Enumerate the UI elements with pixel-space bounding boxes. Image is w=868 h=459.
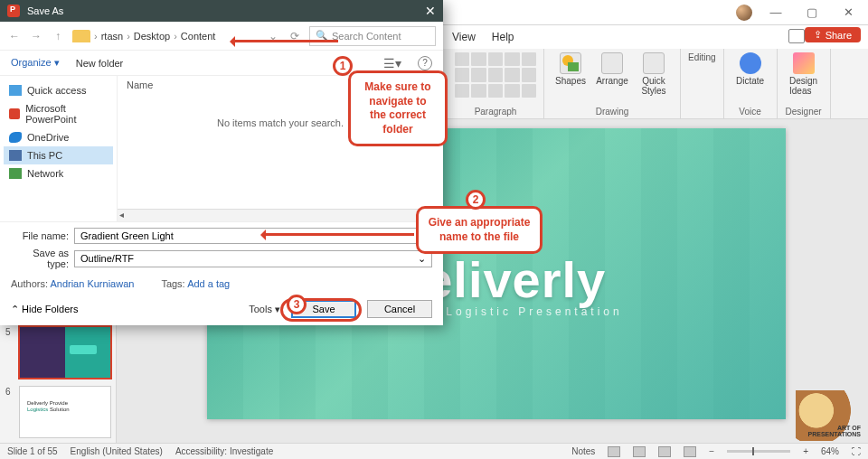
status-accessibility[interactable]: Accessibility: Investigate [175,446,273,456]
fit-to-window-button[interactable]: ⛶ [852,446,861,456]
filename-input[interactable] [74,228,432,244]
comments-button[interactable] [788,29,805,43]
dialog-footer: ⌃ Hide Folders Tools ▾ Save Cancel [0,293,443,325]
design-ideas-button[interactable]: Design Ideas [785,52,823,96]
dialog-form: File name: Save as type: Outline/RTF⌄ [0,221,443,275]
share-label: Share [826,30,852,41]
dialog-metadata: Authors: Andrian Kurniawan Tags: Add a t… [0,275,443,293]
ribbon-group-editing: Editing [681,49,724,118]
ribbon-group-designer-label: Designer [785,107,823,117]
ribbon-group-designer: Design Ideas Designer [778,49,831,118]
add-tag-link[interactable]: Add a tag [187,278,230,289]
zoom-level[interactable]: 64% [821,446,839,456]
tree-onedrive[interactable]: OneDrive [4,128,113,146]
dialog-titlebar: Save As ✕ [0,0,443,22]
crumb-item[interactable]: rtasn [101,31,123,42]
annotation-callout-2: Give an appropriate name to the file [416,206,542,254]
dialog-close-button[interactable]: ✕ [425,4,436,18]
dialog-title: Save As [27,5,63,16]
shapes-icon [560,52,581,74]
ribbon-group-drawing: Shapes Arrange QuickStyles Drawing [544,49,681,118]
cloud-icon [9,132,22,143]
savetype-select[interactable]: Outline/RTF⌄ [74,250,432,267]
powerpoint-icon [7,5,20,17]
user-avatar[interactable] [736,5,752,21]
view-normal-button[interactable] [608,446,620,457]
zoom-out-button[interactable]: − [709,446,714,456]
organize-button[interactable]: Organize ▾ [11,57,60,69]
status-slide-count[interactable]: Slide 1 of 55 [7,446,58,456]
savetype-label: Save as type: [11,248,74,269]
tree-powerpoint[interactable]: Microsoft PowerPoint [4,99,113,128]
view-reading-button[interactable] [658,446,671,457]
zoom-in-button[interactable]: + [803,446,808,456]
horizontal-scrollbar[interactable] [118,209,443,221]
annotation-arrow-2 [262,233,414,236]
tab-help[interactable]: Help [492,31,514,43]
network-icon [9,168,22,179]
crumb-item[interactable]: Content [181,31,216,42]
ribbon-group-paragraph: Paragraph [448,49,544,118]
star-icon [9,85,22,96]
nav-back-button[interactable]: ← [7,30,22,42]
powerpoint-icon [9,108,20,119]
chevron-down-icon: ⌄ [418,253,426,265]
help-button[interactable]: ? [418,56,432,70]
view-options-button[interactable]: ☰▾ [383,56,401,70]
status-bar: Slide 1 of 55 English (United States) Ac… [0,443,868,459]
zoom-slider[interactable] [727,450,790,453]
ribbon-group-voice: Dictate Voice [724,49,778,118]
microphone-icon [740,52,761,74]
new-folder-button[interactable]: New folder [76,58,124,69]
slide-thumbnail-6[interactable]: Deliverly Provide Logistics Solution [20,387,110,437]
slide-thumbnail-5[interactable] [20,327,110,378]
ribbon-group-voice-label: Voice [731,107,769,117]
watermark-logo: ART OF PRESENTATIONS [796,390,864,441]
window-close-button[interactable]: ✕ [835,5,861,19]
annotation-badge-3: 3 [287,295,307,314]
shapes-button[interactable]: Shapes [552,52,590,86]
paragraph-buttons[interactable] [455,52,536,98]
cancel-button[interactable]: Cancel [367,300,432,318]
author-link[interactable]: Andrian Kurniawan [50,278,134,289]
pc-icon [9,150,22,161]
ribbon-group-drawing-label: Drawing [552,107,673,117]
window-maximize-button[interactable]: ▢ [799,5,825,19]
quick-styles-icon [643,52,665,74]
folder-icon [72,30,90,42]
tree-network[interactable]: Network [4,164,113,183]
arrange-icon [601,52,623,74]
window-minimize-button[interactable]: — [763,5,788,19]
annotation-arrow-1 [231,40,338,42]
design-ideas-icon [793,52,815,74]
editing-button[interactable]: Editing [688,52,716,62]
search-input[interactable]: 🔍 Search Content [309,26,436,46]
tab-view[interactable]: View [452,31,476,43]
search-placeholder: Search Content [332,31,401,42]
annotation-badge-2: 2 [466,190,486,210]
thumbnail-row[interactable]: 5 [5,327,110,378]
tree-this-pc[interactable]: This PC [4,146,113,164]
save-as-dialog: Save As ✕ ← → ↑ › rtasn › Desktop › Cont… [0,0,443,325]
notes-button[interactable]: Notes [571,446,595,456]
share-icon: ⇪ [814,29,822,41]
thumbnail-row[interactable]: 6 Deliverly Provide Logistics Solution [5,387,110,437]
share-button[interactable]: ⇪ Share [805,27,861,42]
view-sorter-button[interactable] [633,446,646,457]
arrange-button[interactable]: Arrange [593,52,631,86]
nav-tree[interactable]: Quick access Microsoft PowerPoint OneDri… [0,76,118,221]
dialog-nav: ← → ↑ › rtasn › Desktop › Content ⌄ ⟳ 🔍 … [0,22,443,51]
annotation-callout-1: Make sure to navigate to the correct fol… [348,70,448,146]
status-language[interactable]: English (United States) [71,446,163,456]
nav-forward-button[interactable]: → [29,30,43,42]
view-slideshow-button[interactable] [684,446,696,457]
nav-up-button[interactable]: ↑ [51,30,65,42]
hide-folders-button[interactable]: ⌃ Hide Folders [11,304,78,315]
dictate-button[interactable]: Dictate [731,52,769,86]
tools-button[interactable]: Tools ▾ [249,304,280,315]
ribbon-group-paragraph-label: Paragraph [455,107,536,117]
crumb-item[interactable]: Desktop [134,31,170,42]
quick-styles-button[interactable]: QuickStyles [635,52,673,96]
annotation-badge-1: 1 [333,56,353,76]
tree-quick-access[interactable]: Quick access [4,81,113,99]
